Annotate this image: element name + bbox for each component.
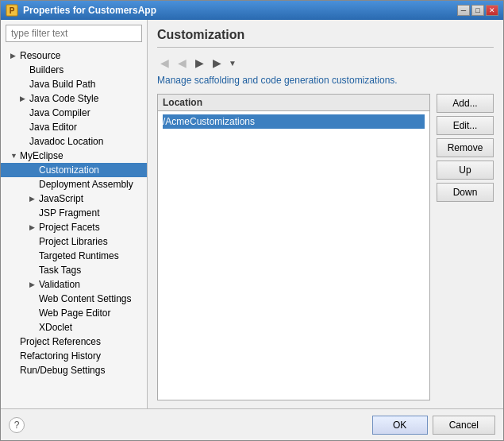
main-window: P Properties for CustomersApp ─ □ ✕ ▶ Re… — [0, 0, 504, 441]
title-bar: P Properties for CustomersApp ─ □ ✕ — [1, 1, 503, 20]
tree-item-project-references[interactable]: Project References — [1, 335, 147, 349]
tree-item-java-build-path[interactable]: Java Build Path — [1, 77, 147, 91]
title-bar-left: P Properties for CustomersApp — [6, 4, 156, 17]
content-area: ▶ Resource Builders Java Build Path — [1, 20, 503, 408]
nav-back2-button[interactable]: ◀ — [175, 56, 189, 70]
maximize-button[interactable]: □ — [471, 5, 484, 16]
table-header: Location — [158, 95, 429, 111]
tree-item-jsp-fragment[interactable]: JSP Fragment — [1, 206, 147, 220]
nav-back-button[interactable]: ◀ — [157, 56, 171, 70]
tree-item-java-compiler[interactable]: Java Compiler — [1, 106, 147, 120]
tree-item-validation[interactable]: ▶ Validation — [1, 277, 147, 292]
window-title: Properties for CustomersApp — [23, 5, 156, 16]
table-row[interactable]: /AcmeCustomizations — [163, 114, 425, 129]
tree-item-deployment-assembly[interactable]: Deployment Assembly — [1, 177, 147, 191]
panel-description: Manage scaffolding and code generation c… — [157, 75, 494, 86]
tree-item-xdoclet[interactable]: XDoclet — [1, 320, 147, 335]
edit-button[interactable]: Edit... — [437, 116, 494, 135]
nav-bar: ◀ ◀ ▶ ▶ ▼ — [157, 54, 494, 75]
svg-text:P: P — [10, 6, 15, 15]
bottom-buttons: OK Cancel — [372, 416, 495, 435]
table-area: Location /AcmeCustomizations Add... Edit… — [157, 94, 494, 400]
ok-button[interactable]: OK — [372, 416, 428, 435]
window-icon: P — [6, 4, 18, 17]
tree-item-task-tags[interactable]: Task Tags — [1, 263, 147, 277]
tree-item-run-debug-settings[interactable]: Run/Debug Settings — [1, 363, 147, 377]
tree-item-myeclipse[interactable]: ▼ MyEclipse — [1, 149, 147, 163]
tree-item-java-editor[interactable]: Java Editor — [1, 120, 147, 134]
nav-forward2-button[interactable]: ▶ — [210, 56, 224, 70]
bottom-bar: ? OK Cancel — [1, 408, 503, 440]
nav-dropdown-button[interactable]: ▼ — [227, 56, 238, 70]
tree-item-targeted-runtimes[interactable]: Targeted Runtimes — [1, 249, 147, 263]
table-body: /AcmeCustomizations — [158, 111, 429, 400]
left-panel: ▶ Resource Builders Java Build Path — [1, 20, 148, 408]
help-button[interactable]: ? — [9, 417, 25, 433]
tree-item-builders[interactable]: Builders — [1, 63, 147, 77]
close-button[interactable]: ✕ — [486, 5, 498, 16]
tree-item-web-content-settings[interactable]: Web Content Settings — [1, 292, 147, 306]
tree-item-project-facets[interactable]: ▶ Project Facets — [1, 220, 147, 234]
tree-item-web-page-editor[interactable]: Web Page Editor — [1, 306, 147, 320]
tree-item-refactoring-history[interactable]: Refactoring History — [1, 349, 147, 363]
side-buttons: Add... Edit... Remove Up Down — [437, 94, 494, 400]
cancel-button[interactable]: Cancel — [433, 416, 495, 435]
remove-button[interactable]: Remove — [437, 138, 494, 157]
tree-item-javascript[interactable]: ▶ JavaScript — [1, 191, 147, 206]
tree-area: ▶ Resource Builders Java Build Path — [1, 47, 147, 408]
tree-item-customization[interactable]: Customization — [1, 163, 147, 177]
tree-item-java-code-style[interactable]: ▶ Java Code Style — [1, 91, 147, 106]
down-button[interactable]: Down — [437, 183, 494, 202]
panel-separator — [157, 47, 494, 48]
minimize-button[interactable]: ─ — [457, 5, 470, 16]
tree-item-project-libraries[interactable]: Project Libraries — [1, 234, 147, 249]
location-table: Location /AcmeCustomizations — [157, 94, 430, 400]
window-controls: ─ □ ✕ — [457, 5, 498, 16]
panel-title: Customization — [157, 28, 494, 42]
tree-item-resource[interactable]: ▶ Resource — [1, 48, 147, 63]
tree-item-javadoc-location[interactable]: Javadoc Location — [1, 134, 147, 149]
add-button[interactable]: Add... — [437, 94, 494, 113]
up-button[interactable]: Up — [437, 161, 494, 180]
nav-forward-button[interactable]: ▶ — [192, 56, 206, 70]
filter-input[interactable] — [6, 25, 142, 42]
right-panel: Customization ◀ ◀ ▶ ▶ ▼ Manage scaffoldi… — [148, 20, 503, 408]
